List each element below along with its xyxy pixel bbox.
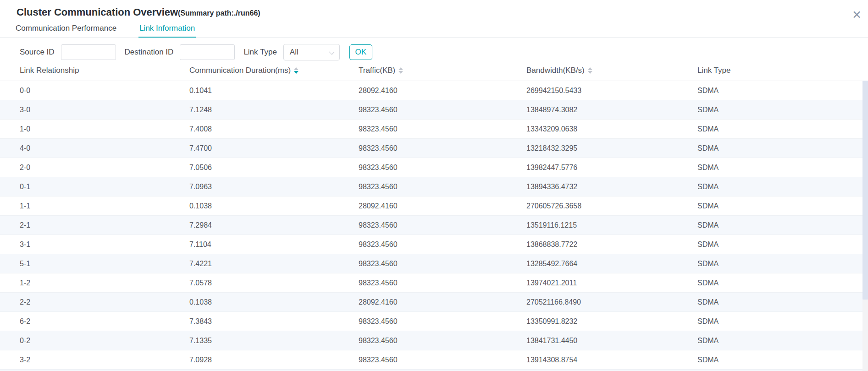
- chevron-down-icon: [329, 49, 334, 55]
- cell-link-type: SDMA: [697, 202, 868, 210]
- tab-link-information[interactable]: Link Information: [138, 24, 196, 38]
- cell-communication-duration: 7.4008: [189, 125, 359, 133]
- tab-communication-performance[interactable]: Communication Performance: [15, 24, 117, 37]
- table-body: 0-0 0.1041 28092.4160 269942150.5433 SDM…: [0, 81, 868, 371]
- cell-link-type: SDMA: [697, 144, 868, 153]
- cell-link-type: SDMA: [697, 337, 868, 345]
- cell-link-relationship: 1-1: [20, 202, 189, 210]
- table-row[interactable]: 5-1 7.4221 98323.4560 13285492.7664 SDMA: [0, 254, 868, 273]
- cell-communication-duration: 7.4221: [189, 260, 359, 268]
- cell-link-type: SDMA: [697, 221, 868, 229]
- summary-path-label: (Summary path:./run66): [178, 9, 260, 17]
- table-row[interactable]: 2-1 7.2984 98323.4560 13519116.1215 SDMA: [0, 216, 868, 235]
- link-type-selected-value: All: [290, 48, 299, 57]
- dialog-header: Cluster Communication Overview(Summary p…: [17, 6, 868, 18]
- table-header-row: Link Relationship Communication Duration…: [0, 60, 868, 81]
- cell-traffic: 98323.4560: [359, 279, 526, 287]
- cell-link-relationship: 2-0: [20, 164, 189, 172]
- cell-communication-duration: 7.0506: [189, 164, 359, 172]
- table-row[interactable]: 0-0 0.1041 28092.4160 269942150.5433 SDM…: [0, 81, 868, 100]
- cell-link-relationship: 3-1: [20, 240, 189, 249]
- vertical-scrollbar[interactable]: [862, 81, 868, 371]
- cluster-communication-overview-dialog: Cluster Communication Overview(Summary p…: [0, 0, 868, 371]
- cell-traffic: 28092.4160: [359, 298, 526, 306]
- cell-link-type: SDMA: [697, 164, 868, 172]
- cell-communication-duration: 7.0963: [189, 183, 359, 191]
- cell-link-type: SDMA: [697, 260, 868, 268]
- table-row[interactable]: 1-1 0.1038 28092.4160 270605726.3658 SDM…: [0, 196, 868, 216]
- table-row[interactable]: 4-0 7.4700 98323.4560 13218432.3295 SDMA: [0, 139, 868, 158]
- link-type-select[interactable]: All: [283, 44, 340, 60]
- cell-bandwidth: 13914308.8754: [526, 356, 697, 364]
- cell-bandwidth: 13982447.5776: [526, 164, 697, 172]
- table-row[interactable]: 2-2 0.1038 28092.4160 270521166.8490 SDM…: [0, 293, 868, 312]
- cell-link-relationship: 4-0: [20, 144, 189, 153]
- source-id-label: Source ID: [20, 48, 55, 57]
- sort-icon[interactable]: [398, 67, 403, 74]
- cell-communication-duration: 7.1104: [189, 240, 359, 249]
- cell-traffic: 98323.4560: [359, 183, 526, 191]
- table-row[interactable]: 2-0 7.0506 98323.4560 13982447.5776 SDMA: [0, 158, 868, 177]
- cell-bandwidth: 269942150.5433: [526, 87, 697, 95]
- cell-bandwidth: 13841731.4450: [526, 337, 697, 345]
- cell-communication-duration: 0.1038: [189, 202, 359, 210]
- cell-traffic: 98323.4560: [359, 356, 526, 364]
- column-header-communication-duration[interactable]: Communication Duration(ms): [189, 66, 359, 75]
- table-row[interactable]: 1-2 7.0578 98323.4560 13974021.2011 SDMA: [0, 273, 868, 293]
- table-row[interactable]: 0-2 7.1335 98323.4560 13841731.4450 SDMA: [0, 331, 868, 350]
- caret-down-icon: [588, 71, 592, 74]
- sort-icon[interactable]: [294, 67, 299, 74]
- cell-traffic: 98323.4560: [359, 240, 526, 249]
- cell-communication-duration: 7.1248: [189, 106, 359, 114]
- cell-link-type: SDMA: [697, 279, 868, 287]
- cell-link-relationship: 2-1: [20, 221, 189, 229]
- cell-bandwidth: 13868838.7722: [526, 240, 697, 249]
- cell-traffic: 98323.4560: [359, 221, 526, 229]
- cell-link-type: SDMA: [697, 125, 868, 133]
- cell-link-type: SDMA: [697, 317, 868, 326]
- column-header-link-relationship: Link Relationship: [20, 66, 189, 75]
- destination-id-label: Destination ID: [125, 48, 174, 57]
- page-title: Cluster Communication Overview: [17, 6, 178, 18]
- table-row[interactable]: 3-0 7.1248 98323.4560 13848974.3082 SDMA: [0, 100, 868, 120]
- cell-traffic: 98323.4560: [359, 317, 526, 326]
- link-type-label: Link Type: [243, 48, 276, 57]
- column-header-traffic[interactable]: Traffic(KB): [359, 66, 526, 75]
- cell-link-relationship: 2-2: [20, 298, 189, 306]
- cell-communication-duration: 7.1335: [189, 337, 359, 345]
- table-row[interactable]: 3-1 7.1104 98323.4560 13868838.7722 SDMA: [0, 235, 868, 254]
- cell-link-type: SDMA: [697, 183, 868, 191]
- column-header-link-type: Link Type: [697, 66, 868, 75]
- sort-icon[interactable]: [588, 67, 592, 74]
- table-row[interactable]: 0-1 7.0963 98323.4560 13894336.4732 SDMA: [0, 177, 868, 196]
- cell-traffic: 98323.4560: [359, 164, 526, 172]
- cell-link-relationship: 0-0: [20, 87, 189, 95]
- scrollbar-thumb[interactable]: [862, 81, 868, 300]
- close-icon[interactable]: ✕: [852, 9, 862, 21]
- cell-traffic: 98323.4560: [359, 106, 526, 114]
- column-header-bandwidth[interactable]: Bandwidth(KB/s): [526, 66, 697, 75]
- destination-id-input[interactable]: [180, 44, 235, 60]
- cell-bandwidth: 13848974.3082: [526, 106, 697, 114]
- table-row[interactable]: 1-0 7.4008 98323.4560 13343209.0638 SDMA: [0, 120, 868, 139]
- cell-bandwidth: 13218432.3295: [526, 144, 697, 153]
- cell-bandwidth: 13285492.7664: [526, 260, 697, 268]
- ok-button[interactable]: OK: [349, 44, 372, 60]
- cell-traffic: 98323.4560: [359, 125, 526, 133]
- caret-down-icon: [398, 71, 403, 74]
- source-id-input[interactable]: [61, 44, 116, 60]
- cell-link-type: SDMA: [697, 87, 868, 95]
- cell-link-relationship: 1-2: [20, 279, 189, 287]
- caret-up-icon: [588, 67, 592, 70]
- cell-communication-duration: 7.0578: [189, 279, 359, 287]
- cell-communication-duration: 0.1038: [189, 298, 359, 306]
- cell-link-relationship: 5-1: [20, 260, 189, 268]
- filter-bar: Source ID Destination ID Link Type All O…: [20, 44, 868, 60]
- table-row[interactable]: 3-2 7.0928 98323.4560 13914308.8754 SDMA: [0, 350, 868, 370]
- cell-link-type: SDMA: [697, 106, 868, 114]
- tab-bar: Communication Performance Link Informati…: [0, 24, 868, 38]
- cell-bandwidth: 13519116.1215: [526, 221, 697, 229]
- cell-bandwidth: 13974021.2011: [526, 279, 697, 287]
- table-row[interactable]: 6-2 7.3843 98323.4560 13350991.8232 SDMA: [0, 312, 868, 331]
- cell-link-relationship: 0-2: [20, 337, 189, 345]
